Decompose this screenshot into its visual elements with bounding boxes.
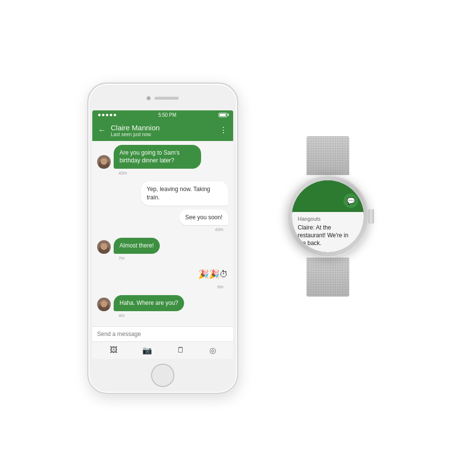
front-camera bbox=[147, 96, 151, 100]
phone-speaker bbox=[154, 97, 179, 100]
battery-icon bbox=[219, 113, 227, 117]
message-bubble: Haha. Where are you? bbox=[114, 295, 184, 311]
contact-name: Claire Mannion bbox=[111, 123, 215, 132]
message-time: 4m bbox=[97, 313, 228, 318]
watch-screen: 💬 Hangouts Claire: At the restaurant! We… bbox=[292, 180, 364, 252]
watch-message: Claire: At the restaurant! We're in the … bbox=[298, 224, 358, 247]
status-time: 5:50 PM bbox=[158, 112, 176, 118]
message-row: Yep, leaving now. Taking train. bbox=[97, 181, 228, 206]
message-row: Are you going to Sam's birthday dinner l… bbox=[97, 145, 228, 169]
contact-info: Claire Mannion Last seen just now bbox=[111, 123, 215, 137]
message-bubble: Yep, leaving now. Taking train. bbox=[141, 181, 228, 206]
watch-screen-top: 💬 bbox=[292, 180, 364, 212]
chat-area: Are you going to Sam's birthday dinner l… bbox=[92, 141, 233, 326]
message-bubble: 🎉🎉⏱ bbox=[198, 266, 228, 282]
watch-notification: Hangouts Claire: At the restaurant! We'r… bbox=[292, 212, 364, 252]
message-input[interactable] bbox=[97, 331, 228, 337]
message-time: 43m bbox=[97, 227, 228, 232]
watch-band-top bbox=[306, 136, 349, 175]
avatar bbox=[97, 240, 111, 254]
avatar bbox=[97, 298, 111, 311]
message-bubble: See you soon! bbox=[179, 210, 228, 226]
sticker-icon[interactable]: 🗒 bbox=[177, 346, 185, 354]
message-bubble: Almost there! bbox=[114, 238, 160, 254]
hangouts-icon: 💬 bbox=[343, 194, 358, 208]
message-time: 6m bbox=[97, 284, 228, 289]
watch-app-name: Hangouts bbox=[298, 216, 358, 222]
message-row: 🎉🎉⏱ bbox=[97, 266, 228, 282]
watch-crown[interactable] bbox=[368, 209, 374, 224]
phone: 5:50 PM ← Claire Mannion Last seen just … bbox=[87, 83, 238, 394]
home-button[interactable] bbox=[151, 364, 174, 387]
location-icon[interactable]: ◎ bbox=[209, 346, 216, 355]
watch-case: 💬 Hangouts Claire: At the restaurant! We… bbox=[287, 175, 369, 258]
avatar bbox=[97, 155, 111, 169]
phone-top-bar bbox=[88, 84, 237, 113]
message-bubble: Are you going to Sam's birthday dinner l… bbox=[114, 145, 201, 169]
phone-screen: 5:50 PM ← Claire Mannion Last seen just … bbox=[92, 110, 233, 359]
menu-button[interactable]: ⋮ bbox=[220, 125, 227, 135]
toolbar: 🖼 📷 🗒 ◎ bbox=[92, 341, 233, 359]
signal-dots bbox=[98, 114, 116, 116]
volume-down-button[interactable] bbox=[87, 154, 88, 171]
volume-up-button[interactable] bbox=[87, 132, 88, 149]
image-icon[interactable]: 🖼 bbox=[110, 346, 118, 354]
power-button[interactable] bbox=[237, 132, 238, 157]
back-button[interactable]: ← bbox=[98, 126, 106, 135]
message-time: 7m bbox=[97, 256, 228, 261]
app-header: ← Claire Mannion Last seen just now ⋮ bbox=[92, 120, 233, 141]
watch-band-bottom bbox=[306, 258, 349, 297]
scene: 5:50 PM ← Claire Mannion Last seen just … bbox=[87, 83, 389, 394]
camera-icon[interactable]: 📷 bbox=[142, 346, 152, 355]
message-row: Almost there! bbox=[97, 238, 228, 254]
contact-status: Last seen just now bbox=[111, 132, 215, 137]
message-row: See you soon! bbox=[97, 210, 228, 226]
message-row: Haha. Where are you? bbox=[97, 295, 228, 311]
chat-input-area[interactable] bbox=[92, 326, 233, 341]
smartwatch: 💬 Hangouts Claire: At the restaurant! We… bbox=[267, 136, 389, 340]
message-time: 43m bbox=[97, 171, 228, 176]
